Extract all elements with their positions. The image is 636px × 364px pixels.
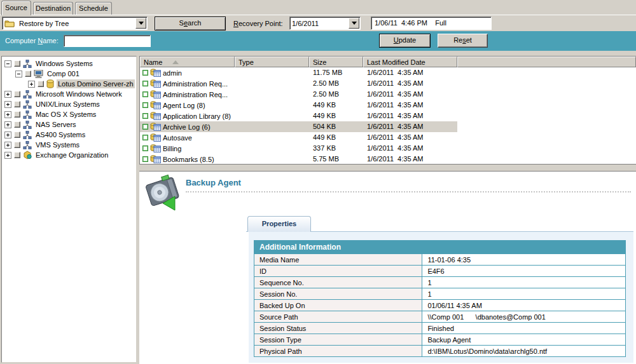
combo-dropdown-button[interactable] — [349, 18, 359, 29]
tree-item-windows-systems[interactable]: Windows Systems — [2, 58, 136, 69]
tree-item-vms[interactable]: VMS Systems — [2, 140, 136, 150]
database-table-icon — [150, 101, 161, 109]
reset-button[interactable]: Reset — [438, 34, 488, 48]
detail-row: Media Name11-01-06 4:35 — [254, 254, 626, 266]
sort-ascending-icon — [172, 60, 179, 64]
detail-value: 1 — [422, 288, 626, 300]
collapse-toggle-icon[interactable] — [4, 60, 11, 67]
row-checkbox[interactable] — [142, 124, 148, 130]
table-row[interactable]: admin 11.75 MB 1/6/2011 4:35 AM — [140, 67, 636, 78]
row-checkbox[interactable] — [142, 81, 148, 86]
expand-toggle-icon[interactable] — [4, 152, 11, 159]
tree-checkbox[interactable] — [38, 81, 44, 87]
detail-label: Source Path — [254, 311, 422, 323]
table-row[interactable]: Billing 337 KB 1/6/2011 4:35 AM — [140, 143, 636, 154]
tree-item-label[interactable]: Windows Systems — [34, 59, 94, 68]
tree-item-exchange-org[interactable]: Exchange Organization — [2, 150, 136, 160]
expand-toggle-icon[interactable] — [4, 91, 11, 98]
tree-item-label[interactable]: Lotus Domino Server-zh — [57, 79, 135, 88]
row-checkbox[interactable] — [142, 135, 148, 140]
tab-schedule[interactable]: Schedule — [75, 2, 112, 15]
dotted-separator — [186, 191, 631, 192]
table-row[interactable]: Agent Log (8) 449 KB 1/6/2011 4:35 AM — [140, 100, 636, 111]
table-row[interactable]: Application Library (8) 449 KB 1/6/2011 … — [140, 111, 636, 121]
file-name: admin — [163, 69, 182, 77]
tree-checkbox[interactable] — [14, 101, 20, 107]
table-row[interactable]: Administration Req... 2.50 MB 1/6/2011 4… — [140, 89, 636, 100]
expand-toggle-icon[interactable] — [4, 111, 11, 118]
row-checkbox[interactable] — [142, 102, 148, 108]
expand-toggle-icon[interactable] — [4, 142, 11, 149]
row-checkbox[interactable] — [142, 145, 148, 151]
tree-checkbox[interactable] — [14, 60, 20, 67]
tree-checkbox[interactable] — [14, 142, 20, 148]
column-header-type[interactable]: Type — [235, 57, 309, 67]
tree-item-label[interactable]: Exchange Organization — [34, 151, 109, 159]
column-header-filler — [457, 57, 636, 67]
additional-information-header: Additional Information — [254, 241, 626, 254]
tree-item-label[interactable]: NAS Servers — [34, 120, 78, 129]
row-checkbox[interactable] — [142, 156, 148, 162]
table-row[interactable]: Administration Req... 2.50 MB 1/6/2011 4… — [140, 78, 636, 89]
recovery-date-combo[interactable]: 1/6/2011 — [289, 17, 361, 30]
tree-item-mac-os-x[interactable]: Mac OS X Systems — [2, 109, 136, 119]
tree-item-label[interactable]: VMS Systems — [34, 140, 81, 149]
tab-destination[interactable]: Destination — [33, 2, 73, 15]
column-header-last-modified[interactable]: Last Modified Date — [363, 57, 457, 67]
expand-toggle-icon[interactable] — [4, 131, 11, 138]
tree-item-unix-linux[interactable]: UNIX/Linux Systems — [2, 99, 136, 109]
recovery-point-detail-field[interactable]: 1/06/11 4:46 PM Full — [371, 17, 492, 30]
table-row[interactable]: Autosave 449 KB 1/6/2011 4:35 AM — [140, 132, 636, 143]
tree-item-label[interactable]: Comp 001 — [46, 69, 81, 78]
restore-mode-value: Restore by Tree — [17, 20, 135, 27]
combo-dropdown-button[interactable] — [135, 18, 146, 29]
tree-item-label[interactable]: AS400 Systems — [34, 130, 86, 139]
collapse-toggle-icon[interactable] — [15, 71, 22, 78]
search-button[interactable]: Search — [155, 17, 226, 30]
update-button[interactable]: Update — [379, 34, 431, 48]
column-header-size[interactable]: Size — [309, 57, 363, 67]
tree-item-label[interactable]: Microsoft Windows Network — [34, 90, 123, 98]
tree-checkbox[interactable] — [25, 71, 31, 77]
detail-label: Physical Path — [254, 346, 422, 357]
row-checkbox[interactable] — [142, 70, 148, 76]
network-icon — [23, 100, 32, 109]
tree-item-lotus-domino[interactable]: Lotus Domino Server-zh — [2, 79, 136, 89]
expand-toggle-icon[interactable] — [28, 81, 35, 88]
network-icon — [23, 141, 32, 149]
tree-item-label[interactable]: Mac OS X Systems — [34, 110, 97, 119]
tab-properties[interactable]: Properties — [247, 216, 311, 232]
tab-source[interactable]: Source — [1, 1, 31, 15]
expand-toggle-icon[interactable] — [4, 121, 11, 128]
list-header: Name Type Size Last Modified Date — [140, 57, 636, 67]
tree-item-comp-001[interactable]: Comp 001 — [2, 69, 136, 79]
tree-checkbox[interactable] — [14, 121, 20, 128]
tree-item-as400[interactable]: AS400 Systems — [2, 130, 136, 140]
tree-checkbox[interactable] — [14, 131, 20, 138]
tree-item-nas-servers[interactable]: NAS Servers — [2, 119, 136, 130]
tree-checkbox[interactable] — [14, 152, 20, 158]
row-checkbox[interactable] — [142, 113, 148, 119]
chevron-down-icon — [352, 22, 357, 25]
detail-row: Physical Pathd:\IBM\Lotus\Domino\data\ar… — [254, 346, 626, 357]
network-icon — [23, 60, 32, 68]
file-name: Application Library (8) — [163, 112, 231, 120]
expand-toggle-icon[interactable] — [4, 101, 11, 108]
tree-checkbox[interactable] — [14, 111, 20, 118]
detail-value: 1 — [422, 277, 626, 288]
tree-checkbox[interactable] — [14, 91, 20, 97]
search-label: S — [179, 19, 184, 27]
table-row-selected[interactable]: Archive Log (6) 504 KB 1/6/2011 4:35 AM — [140, 121, 636, 132]
restore-mode-combo[interactable]: Restore by Tree — [2, 17, 148, 30]
detail-row: Sequence No.1 — [254, 277, 626, 288]
table-row[interactable]: Bookmarks (8.5) 5.75 MB 1/6/2011 4:35 AM — [140, 154, 636, 164]
column-header-name[interactable]: Name — [140, 57, 235, 67]
tree-item-label[interactable]: UNIX/Linux Systems — [34, 100, 101, 109]
tree-item-ms-windows-network[interactable]: Microsoft Windows Network — [2, 89, 136, 99]
horizontal-splitter[interactable] — [139, 164, 636, 172]
network-icon — [23, 131, 32, 139]
detail-label: ID — [254, 266, 422, 277]
database-table-icon — [150, 69, 161, 77]
computer-name-input[interactable] — [64, 35, 151, 47]
row-checkbox[interactable] — [142, 91, 148, 97]
